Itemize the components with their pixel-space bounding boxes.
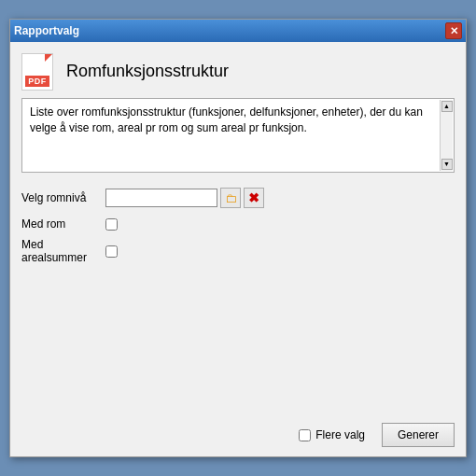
close-button[interactable]: ✕	[445, 22, 462, 39]
title-bar: Rapportvalg ✕	[10, 20, 466, 42]
pdf-icon: PDF	[21, 53, 57, 89]
scrollbar[interactable]: ▲ ▼	[440, 100, 453, 171]
scroll-down-icon: ▼	[443, 160, 450, 169]
spacer	[21, 272, 455, 402]
clear-button[interactable]: ✖	[244, 188, 264, 208]
main-window: Rapportvalg ✕ PDF Romfunksjonsstruktur L…	[9, 19, 467, 457]
description-text: Liste over romfunksjonsstruktur (funksjo…	[30, 105, 423, 134]
scroll-down-arrow[interactable]: ▼	[441, 159, 453, 170]
med-rom-row: Med rom	[21, 217, 455, 231]
folder-button[interactable]: 🗀	[220, 188, 241, 208]
generer-button[interactable]: Generer	[382, 423, 455, 447]
description-box: Liste over romfunksjonsstruktur (funksjo…	[21, 98, 455, 173]
med-arealsummer-row: Med arealsummer	[21, 238, 455, 264]
med-rom-label: Med rom	[21, 217, 105, 231]
window-content: PDF Romfunksjonsstruktur Liste over romf…	[10, 42, 466, 413]
med-arealsummer-label: Med arealsummer	[21, 238, 105, 264]
folder-icon: 🗀	[225, 191, 237, 205]
romniva-row: Velg romnivå 🗀 ✖	[21, 188, 455, 208]
flere-valg-checkbox[interactable]	[299, 429, 311, 441]
scroll-up-icon: ▲	[443, 102, 450, 111]
med-arealsummer-checkbox[interactable]	[105, 245, 118, 258]
footer: Flere valg Generer	[10, 413, 466, 456]
scroll-up-arrow[interactable]: ▲	[441, 101, 453, 112]
header-section: PDF Romfunksjonsstruktur	[21, 53, 455, 89]
med-rom-checkbox[interactable]	[105, 218, 118, 231]
window-title: Rapportvalg	[14, 24, 79, 37]
flere-valg-group: Flere valg	[299, 428, 365, 441]
flere-valg-label: Flere valg	[315, 428, 365, 441]
page-title: Romfunksjonsstruktur	[66, 62, 229, 81]
romniva-label: Velg romnivå	[21, 191, 105, 204]
clear-icon: ✖	[248, 190, 259, 205]
romniva-input[interactable]	[105, 189, 217, 207]
pdf-label: PDF	[25, 76, 49, 87]
